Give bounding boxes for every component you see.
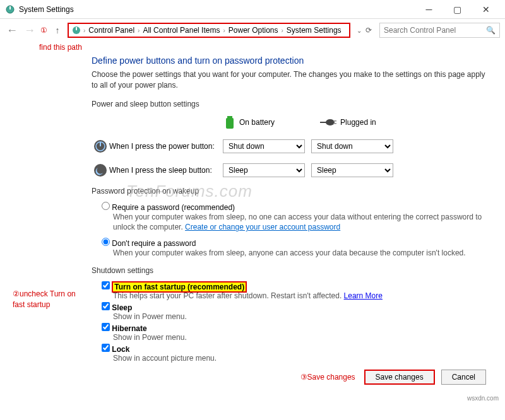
search-box[interactable]: 🔍 <box>379 23 500 38</box>
chk-fast-startup-row: Turn on fast startup (recommended) This … <box>102 281 486 300</box>
chk-fast-startup[interactable] <box>102 281 110 289</box>
title-bar: System Settings ─ ▢ ✕ <box>0 0 505 19</box>
search-icon: 🔍 <box>486 26 496 35</box>
svg-rect-7 <box>320 122 328 123</box>
radio-require-password-input[interactable] <box>102 202 110 210</box>
svg-rect-5 <box>226 118 234 129</box>
col-plugged-in: Plugged in <box>319 115 376 130</box>
select-sleep-battery[interactable]: Sleep <box>223 163 305 177</box>
section-shutdown: Shutdown settings <box>92 266 486 275</box>
crumb-all-items[interactable]: All Control Panel Items <box>141 25 221 36</box>
page-subtext: Choose the power settings that you want … <box>92 69 486 91</box>
select-sleep-plugged[interactable]: Sleep <box>311 163 393 177</box>
row-sleep-button: When I press the sleep button: Sleep Sle… <box>92 161 486 179</box>
radio-no-password[interactable]: Don't require a password When your compu… <box>102 238 486 259</box>
svg-rect-12 <box>100 142 101 146</box>
back-button[interactable]: ← <box>5 23 19 37</box>
page-heading: Define power buttons and turn on passwor… <box>92 55 486 66</box>
chk-hibernate-row: Hibernate Show in Power menu. <box>102 323 486 342</box>
select-power-plugged[interactable]: Shut down <box>311 139 393 153</box>
svg-rect-9 <box>333 123 336 124</box>
annotation-1-circle: ① <box>40 26 47 35</box>
annotation-2: ②uncheck Turn on fast startup <box>13 289 82 310</box>
chk-lock-row: Lock Show in account picture menu. <box>102 344 486 363</box>
row-power-button: When I press the power button: Shut down… <box>92 137 486 155</box>
up-button[interactable]: ↑ <box>51 24 64 37</box>
section-power-sleep: Power and sleep button settings <box>92 100 486 108</box>
footer-watermark: wsxdn.com <box>0 395 505 402</box>
svg-rect-8 <box>333 120 336 122</box>
svg-rect-3 <box>76 27 77 30</box>
crumb-control-panel[interactable]: Control Panel <box>87 25 136 36</box>
col-on-battery: On battery <box>224 115 275 130</box>
search-input[interactable] <box>384 26 486 35</box>
window-title: System Settings <box>19 5 74 14</box>
dropdown-arrow-icon[interactable]: ⌄ <box>357 27 362 34</box>
minimize-button[interactable]: ─ <box>415 0 443 19</box>
chk-sleep[interactable] <box>102 302 110 310</box>
power-icon <box>71 25 81 35</box>
cancel-button[interactable]: Cancel <box>441 370 486 385</box>
select-power-battery[interactable]: Shut down <box>223 139 305 153</box>
crumb-system-settings[interactable]: System Settings <box>285 25 343 36</box>
svg-rect-4 <box>227 116 232 118</box>
chk-sleep-row: Sleep Show in Power menu. <box>102 302 486 321</box>
crumb-power-options[interactable]: Power Options <box>227 25 280 36</box>
save-button[interactable]: Save changes <box>364 370 435 385</box>
app-icon <box>5 4 15 15</box>
breadcrumb-path[interactable]: › Control Panel › All Control Panel Item… <box>68 23 350 38</box>
section-password: Password protection on wakeup <box>92 187 486 195</box>
battery-icon <box>224 115 235 130</box>
forward-button[interactable]: → <box>23 23 37 37</box>
chk-lock[interactable] <box>102 344 110 352</box>
radio-no-password-input[interactable] <box>102 238 110 246</box>
link-change-password[interactable]: Create or change your user account passw… <box>185 223 340 231</box>
annotation-1-text: find this path <box>0 42 505 55</box>
power-button-icon <box>92 137 109 155</box>
close-button[interactable]: ✕ <box>472 0 500 19</box>
sleep-button-icon <box>92 161 109 179</box>
maximize-button[interactable]: ▢ <box>443 0 472 19</box>
refresh-button[interactable]: ⟳ <box>365 26 372 35</box>
svg-rect-1 <box>9 6 11 9</box>
radio-require-password[interactable]: Require a password (recommended) When yo… <box>102 202 486 233</box>
nav-bar: ← → ① ↑ › Control Panel › All Control Pa… <box>0 19 505 42</box>
plug-icon <box>319 117 336 127</box>
link-learn-more[interactable]: Learn More <box>344 291 383 300</box>
annotation-3: ③Save changes <box>300 373 355 382</box>
chk-hibernate[interactable] <box>102 323 110 331</box>
